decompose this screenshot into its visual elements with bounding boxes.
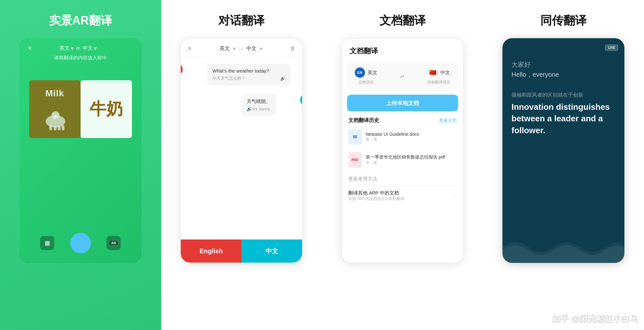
from-lang-2[interactable]: 英文 [220, 45, 230, 52]
shutter-button[interactable] [70, 233, 91, 253]
swap-icon[interactable]: ⇄ [76, 46, 80, 51]
from-lang-label: 文档语言 [358, 80, 374, 85]
method-item-1[interactable]: 翻译其他 APP 中的文档 其他 APP 的文档也可以轻松翻译 › [348, 185, 457, 206]
milk-cn-text: 牛奶 [90, 98, 123, 120]
upload-button[interactable]: 上传本地文档 [347, 95, 458, 111]
quote-cn: 领袖和跟风者的区别就在于创新 [511, 92, 615, 99]
panel-document-translation: 文档翻译 文档翻译 EN 英文 文档语言 ⇄ 🇨🇳 中文 [322, 0, 483, 330]
chevron-down-icon: ▾ [94, 45, 97, 51]
history-label: 文档翻译历史 [348, 117, 379, 124]
to-lang-label: 目标翻译语言 [427, 80, 450, 85]
from-lang-name: 英文 [368, 70, 377, 76]
en-flag: EN [355, 67, 365, 78]
history-section-header: 文档翻译历史 查看全部 [342, 116, 463, 125]
wave-container [502, 231, 624, 263]
conversation: 英 What's the weather today? 今天天气怎么样？ 🔊 中 [181, 57, 302, 122]
camera-area: Milk 牛奶 [26, 67, 135, 215]
phone-dialogue: ✕ 英文 ▾ ⇄ 中文 ▾ 🗑 英 What's the weather tod… [180, 38, 302, 263]
cn-flag: 🇨🇳 [428, 67, 438, 78]
cn-speaker-avatar: 中 [300, 94, 302, 106]
doc-item-pdf[interactable]: PDF 第一季度华北地区销售数据总结报告.pdf 中→英 [342, 148, 463, 171]
close-icon-2[interactable]: ✕ [187, 45, 192, 52]
milk-sign-original: Milk [29, 80, 81, 138]
doc-item-word[interactable]: W Netease UI Guideline.docx 英→英 [342, 125, 463, 148]
bubble-en-q-trans: 今天天气怎么样？ [212, 75, 246, 81]
ar-hint: 请将翻译的内容放入框中 [54, 55, 107, 61]
to-lang-name: 中文 [440, 70, 450, 76]
phone-4-header: LIVE [502, 38, 624, 51]
close-icon[interactable]: ✕ [27, 45, 32, 52]
live-badge: LIVE [605, 45, 618, 51]
phone-1-header: ✕ 英文 ▾ ⇄ 中文 ▾ [20, 38, 142, 55]
chevron-icon: › [455, 193, 457, 199]
panel-3-title: 文档翻译 [379, 13, 426, 29]
translation-overlay: 牛奶 [81, 80, 132, 138]
pdf-icon: PDF [348, 152, 362, 168]
cn-speak-button[interactable]: 中文 [241, 239, 302, 263]
phone-2-header: ✕ 英文 ▾ ⇄ 中文 ▾ 🗑 [181, 39, 302, 57]
en-speaker-avatar: 英 [180, 64, 183, 75]
phone-4-content: 大家好 Hello，everyone 领袖和跟风者的区别就在于创新 Innova… [502, 51, 624, 146]
phone-ar: ✕ 英文 ▾ ⇄ 中文 ▾ 请将翻译的内容放入框中 [20, 38, 142, 263]
phone-simultaneous: LIVE 大家好 Hello，everyone 领袖和跟风者的区别就在于创新 I… [502, 38, 624, 263]
svg-rect-2 [49, 125, 52, 130]
doc-pdf-info: 第一季度华北地区销售数据总结报告.pdf 中→英 [366, 154, 445, 166]
greeting-en: Hello，everyone [511, 70, 615, 79]
panel-1-title: 实景AR翻译 [49, 13, 112, 29]
pdf-doc-size: 中→英 [366, 160, 445, 166]
bubble-en-q-text: What's the weather today? [212, 68, 285, 74]
phone-document: 文档翻译 EN 英文 文档语言 ⇄ 🇨🇳 中文 目标翻译语 [342, 38, 464, 263]
greeting-cn: 大家好 [511, 60, 615, 69]
see-all-link[interactable]: 查看全部 [439, 118, 457, 124]
method-title-1: 翻译其他 APP 中的文档 [348, 190, 404, 196]
chevron-2: ▾ [233, 46, 236, 52]
gallery-icon[interactable]: ▦ [40, 236, 54, 250]
bubble-cn-a-wrapper: 中 天气晴朗。 🔊 It's sunny. [186, 94, 297, 116]
wave-svg [502, 231, 624, 263]
panel-dialogue-translation: 对话翻译 ✕ 英文 ▾ ⇄ 中文 ▾ 🗑 英 [161, 0, 322, 330]
ar-toggle[interactable]: AR [107, 236, 121, 250]
pdf-doc-name: 第一季度华北地区销售数据总结报告.pdf [366, 154, 445, 160]
svg-rect-5 [62, 125, 65, 130]
lang-selector: 英文 ▾ ⇄ 中文 ▾ [59, 45, 97, 52]
to-lang-doc: 🇨🇳 中文 目标翻译语言 [427, 67, 450, 85]
doc-trans-title: 文档翻译 [350, 46, 456, 56]
bubble-cn-a-trans: It's sunny. [252, 107, 271, 111]
svg-rect-4 [58, 126, 61, 130]
more-methods-section: 更多使用方法 翻译其他 APP 中的文档 其他 APP 的文档也可以轻松翻译 › [342, 171, 463, 208]
doc-swap-icon[interactable]: ⇄ [400, 73, 404, 79]
trash-icon[interactable]: 🗑 [290, 45, 296, 52]
bubble-cn-a-text: 天气晴朗。 [247, 99, 271, 105]
panel-2-title: 对话翻译 [218, 13, 265, 29]
speaker-icon-2[interactable]: 🔊 [247, 107, 252, 111]
to-lang-2[interactable]: 中文 [246, 45, 257, 52]
chevron-3: ▾ [260, 46, 262, 52]
to-lang[interactable]: 中文 ▾ [83, 45, 97, 52]
svg-rect-3 [54, 126, 57, 130]
more-methods-title: 更多使用方法 [348, 176, 457, 182]
speaker-icon-1[interactable]: 🔊 [280, 76, 285, 81]
cow-icon [40, 108, 69, 130]
word-doc-name: Netease UI Guideline.docx [366, 132, 419, 137]
bubble-en-q-wrapper: 英 What's the weather today? 今天天气怎么样？ 🔊 [186, 64, 297, 86]
panel-ar-translation: 实景AR翻译 ✕ 英文 ▾ ⇄ 中文 ▾ [0, 0, 161, 330]
word-icon: W [348, 129, 362, 144]
dialogue-footer: English 中文 [181, 239, 302, 263]
svg-point-6 [54, 114, 57, 115]
panel-simultaneous: 同传翻译 LIVE 大家好 Hello，everyone 领袖和跟风者的区别就在… [483, 0, 644, 330]
word-doc-size: 英→英 [366, 137, 419, 142]
main-container: 实景AR翻译 ✕ 英文 ▾ ⇄ 中文 ▾ [0, 0, 644, 330]
phone-3-header: 文档翻译 [342, 39, 463, 59]
panel-4-title: 同传翻译 [540, 13, 587, 29]
watermark: 知乎 @阳光彩虹小白马 [552, 313, 638, 324]
quote-en: Innovation distinguishes between a leade… [511, 101, 615, 136]
en-speak-button[interactable]: English [181, 239, 241, 263]
method-sub-1: 其他 APP 的文档也可以轻松翻译 [348, 196, 404, 202]
swap-icon-2[interactable]: ⇄ [239, 46, 243, 52]
doc-lang-row: EN 英文 文档语言 ⇄ 🇨🇳 中文 目标翻译语言 [347, 62, 458, 90]
from-lang[interactable]: 英文 ▾ [59, 45, 74, 52]
milk-en-text: Milk [46, 88, 64, 99]
chevron-down-icon: ▾ [71, 45, 74, 51]
camera-controls: ▦ AR [20, 233, 142, 253]
doc-word-info: Netease UI Guideline.docx 英→英 [366, 132, 419, 142]
